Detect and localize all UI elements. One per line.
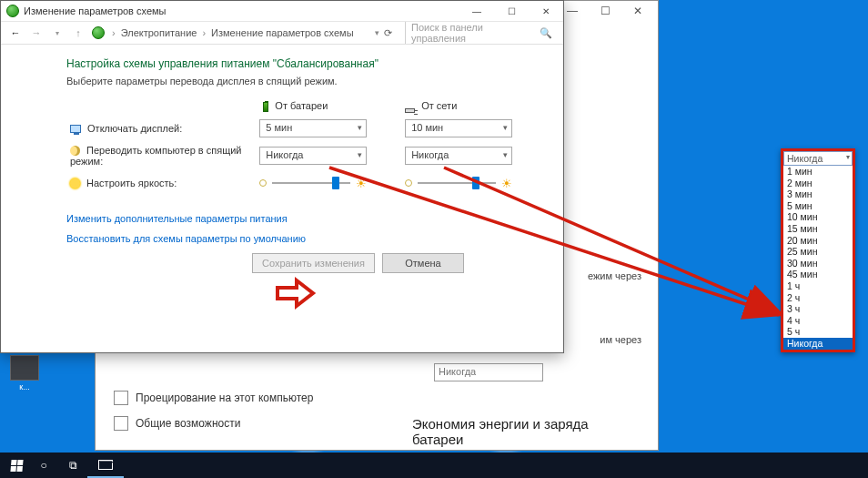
- page-instruction: Выберите параметры перевода дисплея в сп…: [66, 76, 547, 86]
- dropdown-current[interactable]: Никогда▾: [783, 151, 853, 166]
- titlebar[interactable]: Изменение параметров схемы — ☐ ✕: [1, 1, 563, 21]
- save-button[interactable]: Сохранить изменения: [252, 253, 375, 273]
- page-title: Настройка схемы управления питанием "Сба…: [66, 57, 547, 70]
- crumb-power[interactable]: Электропитание: [121, 27, 197, 38]
- search-task-icon[interactable]: ○: [29, 453, 58, 478]
- brightness-ac-slider[interactable]: [418, 182, 496, 184]
- refresh-button[interactable]: ⟳: [384, 27, 400, 39]
- dropdown-option[interactable]: 30 мин: [783, 258, 853, 270]
- desktop-shortcut-icon: [10, 355, 39, 381]
- start-button[interactable]: [4, 453, 29, 478]
- brightness-low-icon: [405, 179, 412, 187]
- dropdown-option[interactable]: 3 мин: [783, 188, 853, 200]
- dropdown-option[interactable]: 5 мин: [783, 200, 853, 212]
- power-plan-window: Изменение параметров схемы — ☐ ✕ ← → ▾ ↑…: [0, 0, 564, 353]
- crumb-sep-1: ›: [202, 27, 206, 38]
- crumb-sep-0: ›: [112, 27, 116, 38]
- energy-section-title: Экономия энергии и заряда батареи: [368, 411, 658, 449]
- col-battery-label: От батареи: [275, 100, 328, 111]
- row-brightness-label: Настроить яркость:: [86, 178, 177, 188]
- dropdown-option[interactable]: 25 мин: [783, 246, 853, 258]
- chevron-down-icon: ▾: [503, 123, 508, 132]
- brightness-icon: [70, 178, 80, 188]
- display-off-ac-select[interactable]: 10 мин▾: [405, 119, 512, 137]
- display-icon: [70, 125, 81, 133]
- dropdown-option[interactable]: Никогда: [783, 338, 853, 350]
- minimize-button[interactable]: —: [459, 1, 494, 21]
- restore-defaults-link[interactable]: Восстановить для схемы параметры по умол…: [66, 233, 547, 244]
- chevron-down-icon: ▾: [846, 153, 850, 161]
- search-icon: 🔍: [540, 27, 552, 39]
- windows-logo-icon: [10, 460, 23, 472]
- bg-hidden-select[interactable]: Никогда: [434, 363, 543, 381]
- sleep-ac-select[interactable]: Никогда▾: [405, 147, 512, 165]
- up-button[interactable]: ↑: [69, 24, 87, 42]
- chevron-down-icon: ▾: [358, 123, 362, 132]
- taskview-icon[interactable]: ⧉: [58, 453, 87, 478]
- battery-icon: [263, 102, 268, 112]
- bg-close-button[interactable]: ✕: [621, 5, 654, 17]
- projection-icon: [114, 391, 128, 405]
- crumb-edit-plan[interactable]: Изменение параметров схемы: [211, 27, 353, 38]
- dropdown-option[interactable]: 15 мин: [783, 223, 853, 235]
- desktop-shortcut[interactable]: к...: [4, 355, 45, 392]
- col-ac-label: От сети: [421, 100, 457, 111]
- dropdown-option[interactable]: 1 мин: [783, 166, 853, 178]
- bg-text-2: им через: [600, 334, 641, 345]
- row-sleep-label: Переводить компьютер в спящий режим:: [70, 145, 241, 168]
- brightness-high-icon: ☀: [356, 177, 367, 190]
- brightness-high-icon: ☀: [501, 177, 512, 190]
- sleep-icon: [70, 146, 80, 156]
- back-button[interactable]: ←: [6, 24, 25, 42]
- dropdown-option[interactable]: 2 ч: [783, 292, 853, 304]
- sleep-battery-select[interactable]: Никогда▾: [259, 147, 367, 165]
- window-title: Изменение параметров схемы: [24, 5, 166, 16]
- dropdown-option[interactable]: 45 мин: [783, 269, 853, 280]
- display-off-battery-select[interactable]: 5 мин▾: [259, 119, 367, 137]
- search-placeholder: Поиск в панели управления: [411, 22, 540, 44]
- search-box[interactable]: Поиск в панели управления 🔍: [405, 22, 558, 44]
- chevron-down-icon: ▾: [503, 150, 508, 159]
- desktop-shortcut-label: к...: [19, 382, 29, 392]
- row-display-label: Отключать дисплей:: [87, 123, 182, 134]
- sleep-options-dropdown[interactable]: Никогда▾ 1 мин2 мин3 мин5 мин10 мин15 ми…: [781, 148, 855, 352]
- address-icon: [92, 26, 105, 39]
- address-toolbar: ← → ▾ ↑ › Электропитание › Изменение пар…: [1, 21, 563, 45]
- cancel-button[interactable]: Отмена: [382, 253, 464, 273]
- mail-task-icon[interactable]: [87, 453, 124, 478]
- bg-text-1: ежим через: [588, 270, 641, 281]
- advanced-settings-link[interactable]: Изменить дополнительные параметры питани…: [66, 213, 547, 224]
- dropdown-option[interactable]: 2 мин: [783, 178, 853, 189]
- recent-dropdown[interactable]: ▾: [48, 24, 66, 42]
- chevron-down-icon: ▾: [358, 150, 362, 159]
- close-button[interactable]: ✕: [529, 1, 563, 21]
- dropdown-option[interactable]: 4 ч: [783, 315, 853, 327]
- bg-max-button[interactable]: ☐: [589, 5, 621, 17]
- shared-label[interactable]: Общие возможности: [136, 417, 240, 430]
- projection-label[interactable]: Проецирование на этот компьютер: [136, 392, 313, 404]
- forward-button[interactable]: →: [27, 24, 45, 42]
- window-icon: [6, 5, 19, 17]
- maximize-button[interactable]: ☐: [494, 1, 529, 21]
- brightness-low-icon: [259, 179, 267, 187]
- shared-icon: [114, 416, 128, 431]
- brightness-battery-slider[interactable]: [272, 182, 350, 184]
- dropdown-option[interactable]: 5 ч: [783, 326, 853, 338]
- plug-icon: [405, 108, 415, 113]
- taskbar[interactable]: ○ ⧉: [0, 453, 868, 478]
- address-dropdown[interactable]: ▾: [375, 28, 379, 37]
- dropdown-option[interactable]: 3 ч: [783, 303, 853, 315]
- dropdown-option[interactable]: 1 ч: [783, 280, 853, 292]
- dropdown-option[interactable]: 20 мин: [783, 235, 853, 247]
- dropdown-option[interactable]: 10 мин: [783, 211, 853, 223]
